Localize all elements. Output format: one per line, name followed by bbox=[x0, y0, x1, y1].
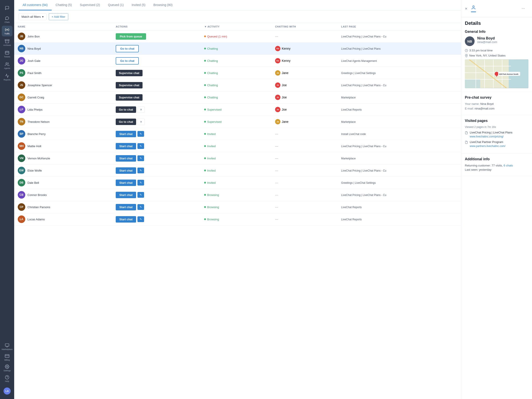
tab-supervised[interactable]: Supervised (2) bbox=[76, 0, 104, 10]
last-page-cell: Greetings | LiveChat Settings bbox=[338, 177, 461, 189]
last-page-value: LiveChat Pricing | LiveChat Plans - Cu bbox=[341, 169, 386, 172]
action-cell: Pick from queue bbox=[112, 30, 201, 43]
sidebar-item-chats[interactable]: Chats bbox=[2, 14, 13, 25]
activity-dot bbox=[204, 48, 206, 50]
filter-label: Match all filters bbox=[21, 15, 41, 18]
sidebar-item-reports[interactable]: Reports bbox=[2, 72, 13, 82]
last-page-value: LiveChat Reports bbox=[341, 206, 362, 209]
activity-label: Chatting bbox=[207, 71, 218, 75]
pick-from-queue-button[interactable]: Pick from queue bbox=[116, 33, 146, 40]
customer-name: John Bon bbox=[27, 35, 40, 38]
sidebar-item-archives[interactable]: Archives bbox=[2, 37, 13, 48]
col-name: NAME bbox=[14, 23, 112, 30]
customer-avatar: JB bbox=[18, 32, 25, 40]
edit-button[interactable]: ✎ bbox=[137, 155, 144, 161]
sidebar-item-chat-bubble[interactable] bbox=[2, 3, 13, 13]
tab-all-customers[interactable]: All customers (94) bbox=[19, 0, 52, 10]
last-page-value: LiveChat Pricing | LiveChat Plans - Cu bbox=[341, 145, 386, 148]
customer-avatar: MH bbox=[18, 142, 25, 150]
add-filter-button[interactable]: + Add filter bbox=[49, 13, 68, 20]
supervise-chat-button[interactable]: Supervise chat bbox=[116, 94, 143, 101]
start-chat-button[interactable]: Start chat bbox=[116, 192, 136, 198]
sidebar-item-agents[interactable]: Agents bbox=[2, 60, 13, 71]
agent-name: Kenny bbox=[282, 47, 291, 50]
close-supervised-button[interactable]: ✕ bbox=[137, 119, 145, 125]
edit-button[interactable]: ✎ bbox=[137, 180, 144, 185]
sidebar-item-billing[interactable]: Billing bbox=[2, 352, 13, 363]
customer-avatar: TN bbox=[18, 118, 25, 126]
table-row: CB Connor Brooks Start chat✎ Browsing —L… bbox=[14, 189, 461, 201]
start-chat-button[interactable]: Start chat bbox=[116, 180, 136, 186]
col-chatting-with: CHATTING WITH bbox=[272, 23, 338, 30]
edit-button[interactable]: ✎ bbox=[137, 143, 144, 149]
location-value: New York, NY, United States bbox=[469, 54, 506, 57]
page-icon-2 bbox=[465, 141, 468, 145]
last-page-cell: Marketplace bbox=[338, 152, 461, 165]
start-chat-button[interactable]: Start chat bbox=[116, 216, 136, 222]
survey-email-value: nina@mail.com bbox=[475, 107, 494, 110]
agent-name: Jane bbox=[282, 120, 288, 123]
last-page-cell: Marketplace bbox=[338, 91, 461, 103]
last-page-cell: LiveChat Pricing | LiveChat Plans - Cu bbox=[338, 189, 461, 201]
go-to-chat-button[interactable]: Go to chat bbox=[116, 57, 139, 64]
add-filter-label: + Add filter bbox=[52, 15, 65, 18]
go-to-chat-button[interactable]: Go to chat bbox=[116, 45, 139, 52]
panel-close-icon[interactable]: ✕ bbox=[465, 7, 468, 10]
match-all-filters-button[interactable]: Match all filters ▾ bbox=[19, 13, 47, 20]
last-page-cell: LiveChat Pricing | LiveChat Plans - Cu bbox=[338, 30, 461, 43]
customer-avatar: CP bbox=[18, 203, 25, 211]
panel-more-button[interactable]: ··· bbox=[522, 3, 528, 14]
visited-page-1-url[interactable]: www.livechatinc.com/pricing/ bbox=[470, 135, 504, 138]
supervise-chat-button[interactable]: Supervise chat bbox=[116, 82, 143, 89]
visited-page-2-url[interactable]: www.partners.livechatinc.com/ bbox=[470, 145, 505, 148]
sidebar-item-settings[interactable]: Settings bbox=[2, 363, 13, 373]
tab-browsing[interactable]: Browsing (80) bbox=[149, 0, 177, 10]
name-cell: NB Nina Boyd bbox=[14, 43, 112, 55]
agent-avatar: Ja bbox=[275, 119, 280, 124]
table-row: NB Nina Boyd Go to chat Chatting Ke Kenn… bbox=[14, 43, 461, 55]
start-chat-button[interactable]: Start chat bbox=[116, 167, 136, 174]
sidebar-item-traffic[interactable]: Traffic bbox=[2, 26, 13, 36]
start-chat-button[interactable]: Start chat bbox=[116, 131, 136, 137]
activity-dot bbox=[204, 60, 206, 62]
edit-button[interactable]: ✎ bbox=[137, 168, 144, 173]
last-page-value: LiveChat Pricing | LiveChat Plans - Cu bbox=[341, 84, 386, 87]
svg-rect-13 bbox=[465, 79, 480, 88]
customer-name: Mattie Holt bbox=[27, 145, 41, 148]
last-page-cell: Marketplace bbox=[338, 116, 461, 128]
go-to-chat-button[interactable]: Go to chat bbox=[116, 106, 136, 113]
sidebar-item-marketplace[interactable]: Marketplace bbox=[2, 341, 13, 352]
name-cell: VM Vernon McKenzie bbox=[14, 152, 112, 165]
panel-user-icon[interactable] bbox=[471, 5, 476, 12]
chatting-with-cell: Ja Jane bbox=[272, 116, 338, 128]
close-supervised-button[interactable]: ✕ bbox=[137, 106, 145, 113]
start-chat-button[interactable]: Start chat bbox=[116, 204, 136, 210]
location-map: 228 Park Avenue South bbox=[465, 59, 528, 88]
supervise-chat-button[interactable]: Supervise chat bbox=[116, 70, 143, 76]
chats-link[interactable]: 6 chats bbox=[504, 164, 513, 167]
edit-button[interactable]: ✎ bbox=[137, 216, 144, 222]
activity-cell: Chatting bbox=[201, 67, 271, 79]
activity-dot bbox=[204, 109, 206, 110]
customer-name: Elsie Wolfe bbox=[27, 169, 42, 172]
table-row: LA Lucas Adams Start chat✎ Browsing —Liv… bbox=[14, 213, 461, 225]
edit-button[interactable]: ✎ bbox=[137, 192, 144, 198]
tab-invited[interactable]: Invited (5) bbox=[128, 0, 149, 10]
user-avatar-sidebar[interactable]: LA bbox=[2, 386, 13, 396]
agent-avatar: Ke bbox=[275, 46, 280, 51]
activity-label: Chatting bbox=[207, 47, 218, 50]
sidebar-item-tickets[interactable]: Tickets bbox=[2, 49, 13, 59]
customer-avatar: EW bbox=[18, 167, 25, 174]
start-chat-button[interactable]: Start chat bbox=[116, 143, 136, 149]
name-cell: DB Dale Bell bbox=[14, 177, 112, 189]
agent-avatar: Jo bbox=[275, 82, 280, 88]
sidebar-item-help[interactable]: Help bbox=[2, 373, 13, 384]
tab-queued[interactable]: Queued (1) bbox=[104, 0, 128, 10]
go-to-chat-button[interactable]: Go to chat bbox=[116, 119, 136, 125]
tab-chatting[interactable]: Chatting (5) bbox=[52, 0, 76, 10]
edit-button[interactable]: ✎ bbox=[137, 204, 144, 210]
edit-button[interactable]: ✎ bbox=[137, 131, 144, 137]
start-chat-button[interactable]: Start chat bbox=[116, 155, 136, 162]
customers-table: NAME ACTIONS ▼ ACTIVITY CHATTING WITH LA… bbox=[14, 23, 461, 225]
name-cell: JB John Bon bbox=[14, 30, 112, 43]
